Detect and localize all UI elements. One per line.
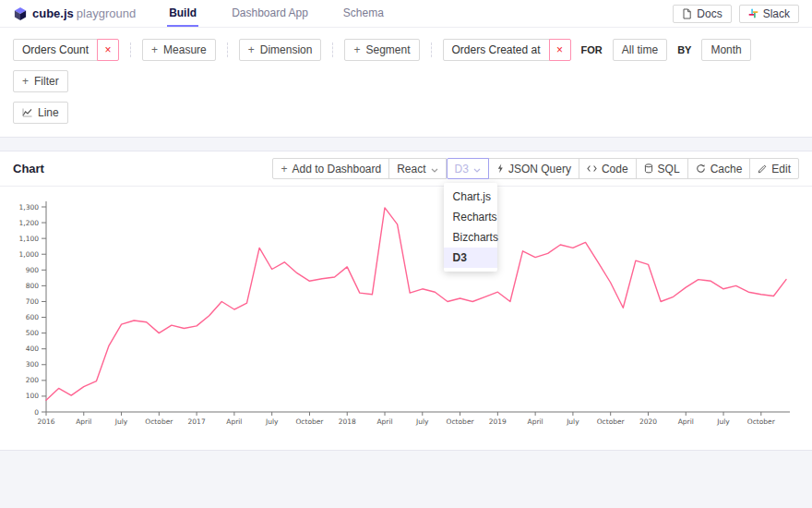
docs-label: Docs bbox=[697, 7, 722, 20]
add-filter-button[interactable]: + Filter bbox=[13, 70, 68, 92]
menu-item-bizcharts[interactable]: Bizcharts bbox=[444, 227, 497, 248]
query-builder: Orders Count × + Measure + Dimension + S… bbox=[0, 28, 812, 138]
svg-text:April: April bbox=[376, 417, 392, 426]
chevron-down-icon bbox=[431, 163, 438, 175]
svg-text:October: October bbox=[145, 417, 173, 426]
svg-text:July: July bbox=[415, 417, 429, 426]
remove-time-dimension-button[interactable]: × bbox=[549, 39, 571, 61]
svg-text:900: 900 bbox=[26, 266, 40, 274]
plus-icon: + bbox=[151, 44, 158, 55]
chart-type-label: Line bbox=[38, 106, 59, 119]
remove-measure-button[interactable]: × bbox=[97, 39, 119, 61]
brand-suffix: playground bbox=[77, 6, 136, 20]
menu-item-chartjs[interactable]: Chart.js bbox=[444, 187, 497, 207]
svg-text:October: October bbox=[747, 417, 776, 426]
add-dimension-button[interactable]: + Dimension bbox=[239, 39, 322, 61]
svg-text:April: April bbox=[528, 417, 543, 426]
library-select-value: D3 bbox=[455, 163, 469, 175]
add-segment-label: Segment bbox=[365, 43, 410, 56]
measure-chip: Orders Count × bbox=[13, 39, 119, 61]
cube-logo: cube.js playground bbox=[13, 6, 136, 21]
date-range-label: All time bbox=[622, 43, 658, 56]
time-dimension-chip-label[interactable]: Orders Created at bbox=[443, 39, 550, 61]
svg-text:1,300: 1,300 bbox=[19, 203, 40, 212]
by-keyword: BY bbox=[677, 44, 691, 55]
svg-text:800: 800 bbox=[26, 282, 40, 290]
svg-text:October: October bbox=[447, 417, 475, 426]
plus-icon: + bbox=[248, 44, 255, 55]
svg-text:2016: 2016 bbox=[37, 417, 54, 426]
granularity-button[interactable]: Month bbox=[701, 39, 750, 61]
chevron-down-icon bbox=[473, 163, 481, 175]
svg-text:100: 100 bbox=[26, 392, 40, 400]
edit-label: Edit bbox=[771, 163, 791, 175]
library-dropdown-menu: Chart.js Recharts Bizcharts D3 bbox=[444, 183, 497, 272]
edit-icon bbox=[758, 164, 767, 174]
docs-icon bbox=[682, 8, 692, 19]
add-to-dashboard-button[interactable]: + Add to Dashboard bbox=[272, 158, 389, 179]
section-divider bbox=[130, 42, 131, 57]
line-chart-icon bbox=[22, 108, 32, 117]
svg-text:600: 600 bbox=[26, 313, 40, 321]
docs-button[interactable]: Docs bbox=[673, 5, 731, 23]
code-icon bbox=[587, 164, 597, 173]
svg-text:April: April bbox=[678, 417, 694, 426]
svg-text:1,200: 1,200 bbox=[19, 219, 40, 227]
code-label: Code bbox=[602, 163, 628, 175]
svg-text:1,000: 1,000 bbox=[19, 250, 40, 259]
tab-dashboard-app[interactable]: Dashboard App bbox=[230, 0, 310, 27]
granularity-label: Month bbox=[710, 43, 741, 56]
code-button[interactable]: Code bbox=[579, 158, 637, 179]
query-builder-row-main: Orders Count × + Measure + Dimension + S… bbox=[13, 39, 799, 61]
chart-type-button[interactable]: Line bbox=[13, 102, 68, 124]
sql-button[interactable]: SQL bbox=[636, 158, 688, 179]
svg-text:April: April bbox=[226, 417, 242, 426]
svg-text:300: 300 bbox=[26, 360, 40, 369]
query-builder-row-filter: + Filter bbox=[13, 70, 799, 92]
line-chart: 01002003004005006007008009001,0001,1001,… bbox=[7, 194, 794, 436]
cache-label: Cache bbox=[710, 163, 743, 175]
svg-text:200: 200 bbox=[26, 376, 40, 384]
chart-panel: Chart + Add to Dashboard React D3 bbox=[0, 151, 812, 451]
refresh-icon bbox=[696, 163, 706, 174]
framework-select[interactable]: React bbox=[388, 158, 446, 179]
json-query-button[interactable]: JSON Query bbox=[488, 158, 579, 179]
svg-text:2017: 2017 bbox=[188, 417, 206, 426]
app-header: cube.js playground Build Dashboard App S… bbox=[0, 0, 812, 28]
chart-panel-title: Chart bbox=[13, 162, 44, 175]
add-filter-label: Filter bbox=[34, 75, 59, 88]
cube-logo-icon bbox=[13, 6, 28, 21]
section-divider bbox=[332, 42, 333, 57]
query-builder-row-charttype: Line bbox=[13, 102, 799, 124]
add-measure-button[interactable]: + Measure bbox=[142, 39, 216, 61]
lightning-icon bbox=[496, 163, 504, 174]
add-measure-label: Measure bbox=[163, 43, 207, 56]
chart-toolbar: + Add to Dashboard React D3 Chart.js bbox=[272, 158, 799, 179]
library-select[interactable]: D3 bbox=[447, 158, 489, 179]
cache-button[interactable]: Cache bbox=[687, 158, 751, 179]
svg-text:July: July bbox=[566, 417, 579, 426]
section-divider bbox=[227, 42, 228, 57]
brand-name: cube.js bbox=[32, 6, 74, 20]
slack-button[interactable]: Slack bbox=[739, 5, 799, 23]
tab-build[interactable]: Build bbox=[167, 0, 198, 27]
measure-chip-label[interactable]: Orders Count bbox=[13, 39, 98, 61]
tab-schema[interactable]: Schema bbox=[341, 0, 386, 27]
menu-item-d3[interactable]: D3 bbox=[444, 248, 497, 268]
add-dimension-label: Dimension bbox=[260, 43, 313, 56]
svg-text:700: 700 bbox=[26, 297, 40, 306]
slack-label: Slack bbox=[763, 7, 790, 20]
close-icon: × bbox=[105, 43, 112, 56]
svg-text:400: 400 bbox=[26, 345, 40, 353]
date-range-button[interactable]: All time bbox=[613, 39, 667, 61]
svg-text:October: October bbox=[597, 417, 626, 426]
chart-panel-header: Chart + Add to Dashboard React D3 bbox=[0, 151, 812, 187]
svg-text:July: July bbox=[114, 417, 128, 426]
svg-text:2018: 2018 bbox=[339, 417, 356, 426]
edit-button[interactable]: Edit bbox=[749, 158, 799, 179]
add-to-dashboard-label: Add to Dashboard bbox=[292, 163, 381, 175]
plus-icon: + bbox=[353, 44, 360, 55]
add-segment-button[interactable]: + Segment bbox=[344, 39, 419, 61]
for-keyword: FOR bbox=[581, 44, 603, 55]
menu-item-recharts[interactable]: Recharts bbox=[444, 207, 497, 227]
